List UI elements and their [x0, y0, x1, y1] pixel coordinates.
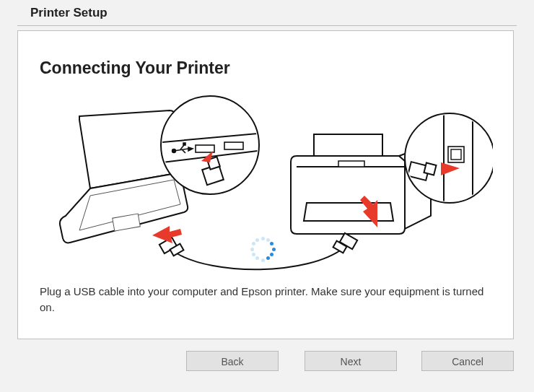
instruction-text: Plug a USB cable into your computer and …	[40, 284, 493, 315]
svg-marker-6	[152, 226, 182, 243]
next-button[interactable]: Next	[305, 351, 397, 371]
connection-illustration	[40, 95, 493, 275]
svg-rect-30	[424, 163, 437, 175]
back-button[interactable]: Back	[186, 351, 279, 371]
loading-spinner-icon	[250, 236, 276, 262]
printer-setup-dialog: Printer Setup Connecting Your Printer	[0, 0, 534, 392]
zoom-circle-icon	[161, 96, 259, 194]
title-separator	[17, 25, 517, 26]
cancel-button[interactable]: Cancel	[421, 351, 514, 371]
svg-rect-16	[183, 143, 185, 145]
svg-rect-19	[224, 142, 243, 149]
content-panel: Connecting Your Printer	[17, 30, 514, 339]
svg-rect-18	[196, 145, 214, 152]
svg-rect-28	[451, 149, 461, 160]
zoom-circle-icon	[405, 113, 493, 203]
page-heading: Connecting Your Printer	[40, 58, 230, 78]
window-title: Printer Setup	[30, 6, 108, 20]
